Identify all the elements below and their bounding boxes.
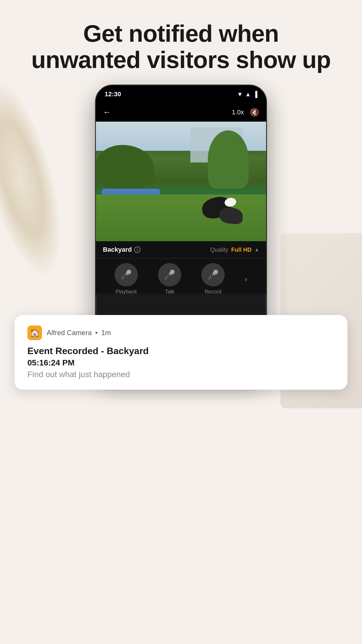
notification-header: 🏠 Alfred Camera • 1m [27, 326, 335, 340]
signal-icon: ▲ [245, 91, 251, 98]
info-icon: i [137, 247, 138, 252]
record-mic-icon: 🎤 [207, 269, 219, 280]
more-controls-chevron[interactable]: › [245, 274, 247, 284]
wifi-icon: ▼ [237, 91, 243, 98]
separator-dot: • [95, 329, 98, 337]
camera-feed [96, 122, 266, 241]
notification-title: Event Recorded - Backyard [27, 345, 335, 356]
notification-body: Find out what just happened [27, 370, 335, 379]
talk-label: Talk [165, 289, 174, 295]
talk-button[interactable]: 🎤 Talk [158, 263, 181, 295]
playback-label: Playback [116, 289, 137, 295]
house-icon: 🏠 [30, 328, 40, 338]
status-bar: 12:30 ▼ ▲ ▐ [96, 85, 266, 103]
talk-mic-icon: 🎤 [164, 269, 175, 280]
quality-value[interactable]: Full HD [231, 246, 252, 253]
controls-row: 🎤 Playback 🎤 Talk 🎤 Record › [96, 258, 266, 300]
status-time: 12:30 [105, 90, 121, 98]
status-icons: ▼ ▲ ▐ [237, 91, 257, 98]
notification-card: 🏠 Alfred Camera • 1m Event Recorded - Ba… [15, 315, 347, 390]
info-button[interactable]: i [134, 246, 140, 253]
record-circle[interactable]: 🎤 [201, 263, 225, 286]
record-label: Record [205, 289, 222, 295]
battery-icon: ▐ [253, 91, 257, 98]
nav-bar: ← 1.0x 🔇 [96, 103, 266, 122]
playback-mic-icon: 🎤 [120, 269, 132, 280]
app-info: Alfred Camera • 1m [47, 329, 111, 337]
quality-section: Quality Full HD ▲ [210, 246, 259, 253]
app-name: Alfred Camera [47, 329, 92, 337]
mute-icon[interactable]: 🔇 [250, 108, 259, 117]
back-button[interactable]: ← [103, 108, 111, 117]
playback-circle[interactable]: 🎤 [115, 263, 138, 286]
camera-bush [96, 145, 154, 189]
phone-side-button [266, 179, 267, 202]
page-title-section: Get notified when unwanted visitors show… [0, 20, 362, 73]
app-icon: 🏠 [27, 326, 42, 340]
zoom-level[interactable]: 1.0x [232, 108, 244, 116]
nav-right-controls: 1.0x 🔇 [232, 108, 259, 117]
quality-arrow-icon[interactable]: ▲ [254, 247, 259, 252]
camera-name-section: Backyard i [103, 246, 140, 253]
quality-label: Quality [210, 246, 228, 253]
notification-subtitle: 05:16:24 PM [27, 358, 335, 368]
talk-circle[interactable]: 🎤 [158, 263, 181, 286]
record-button[interactable]: 🎤 Record [201, 263, 225, 295]
phone-bottom-bar: Backyard i Quality Full HD ▲ 🎤 Playback [96, 241, 266, 294]
camera-name-text: Backyard [103, 246, 132, 253]
bg-decoration-left [0, 71, 78, 285]
camera-tree [208, 130, 249, 189]
camera-label-bar: Backyard i Quality Full HD ▲ [96, 241, 266, 258]
notification-time: 1m [101, 329, 111, 337]
page-title: Get notified when unwanted visitors show… [23, 20, 339, 73]
playback-button[interactable]: 🎤 Playback [115, 263, 138, 295]
